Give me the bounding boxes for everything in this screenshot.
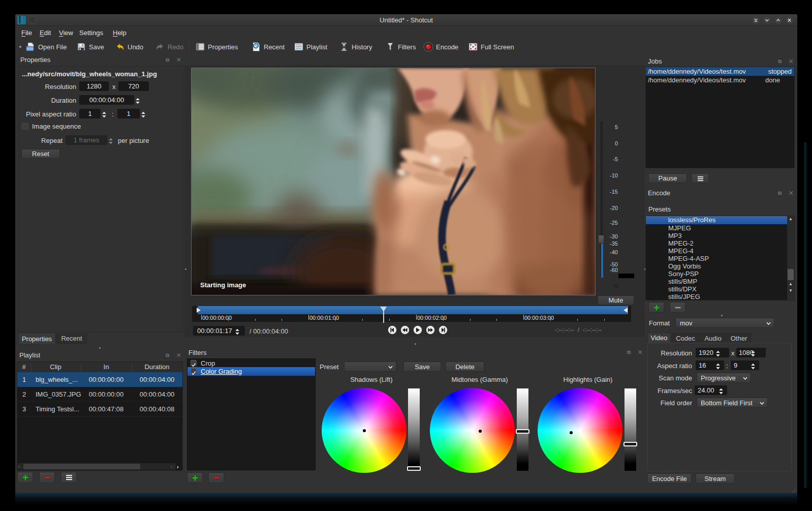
svg-text:Starting image: Starting image [200,281,246,289]
